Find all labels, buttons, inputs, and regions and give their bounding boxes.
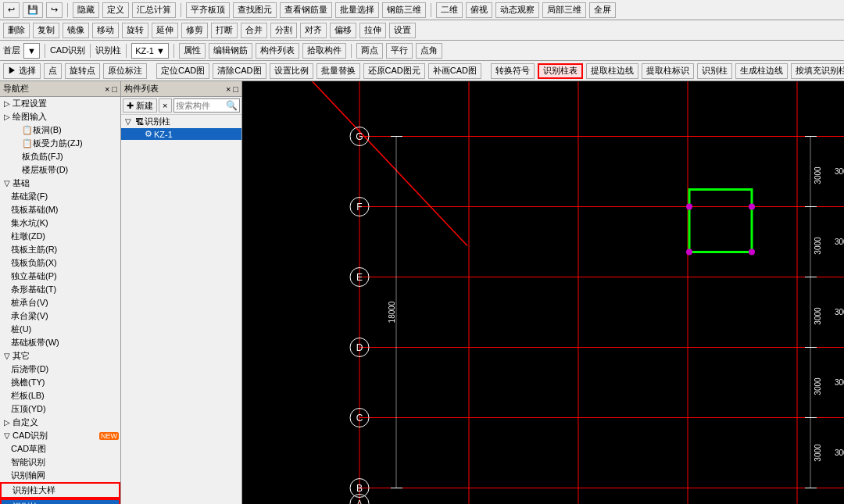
save-btn[interactable]: 💾 [23, 2, 43, 18]
layer-dropdown[interactable]: ▼ [23, 43, 40, 59]
nav-item-cap-beam[interactable]: 承台梁(V) [0, 309, 120, 323]
nav-item-slab-neg-rebar[interactable]: 板负筋(FJ) [0, 150, 120, 163]
dynamic-view-btn[interactable]: 动态观察 [495, 2, 539, 18]
component-tree-root[interactable]: ▽ 🏗 识别柱 [121, 115, 241, 128]
nav-item-drawing[interactable]: ▷ 绘图输入 [0, 110, 120, 123]
rotate-point-btn[interactable]: 旋转点 [65, 63, 100, 79]
nav-item-slab-force-rebar[interactable]: 📋 板受力筋(ZJ) [0, 137, 120, 150]
merge-btn[interactable]: 合并 [241, 23, 267, 38]
offset-btn[interactable]: 偏移 [330, 23, 356, 38]
in-place-mark-btn[interactable]: 原位标注 [103, 63, 147, 79]
parallel-btn[interactable]: 平行 [386, 43, 413, 59]
nav-item-column-mound[interactable]: 柱墩(ZD) [0, 230, 120, 243]
nav-item-isolated-foundation[interactable]: 独立基础(P) [0, 270, 120, 283]
navigator-controls[interactable]: × □ [105, 84, 117, 94]
convert-symbol-btn[interactable]: 转换符号 [491, 63, 535, 79]
delete-component-btn[interactable]: × [159, 98, 171, 113]
local-3d-btn[interactable]: 局部三维 [542, 2, 586, 18]
extend-btn[interactable]: 延伸 [152, 23, 178, 38]
split-btn[interactable]: 分割 [270, 23, 297, 38]
sep2 [181, 3, 181, 17]
nav-item-identify-grid[interactable]: 识别轴网 [0, 469, 120, 482]
nav-item-raft-neg-rebar[interactable]: 筏板负筋(X) [0, 256, 120, 270]
set-scale-btn[interactable]: 设置比例 [270, 63, 313, 79]
nav-item-cap[interactable]: 压顶(YD) [0, 402, 120, 416]
nav-item-identify-column[interactable]: 识别柱 [0, 499, 120, 504]
gen-column-edge-btn[interactable]: 生成柱边线 [735, 63, 788, 79]
component-item-kz1[interactable]: ⚙ KZ-1 [121, 128, 241, 140]
component-panel-controls[interactable]: × □ [226, 84, 238, 94]
property-btn[interactable]: 属性 [179, 43, 206, 59]
nav-item-foundation-beam[interactable]: 基础梁(F) [0, 190, 120, 203]
select-btn[interactable]: ▶ 选择 [3, 63, 41, 79]
sum-btn[interactable]: 汇总计算 [132, 2, 176, 18]
redo-btn[interactable]: ↪ [46, 2, 63, 18]
nav-item-foundation[interactable]: ▽ 基础 [0, 177, 120, 190]
rebar-3d-btn[interactable]: 钢筋三维 [382, 2, 426, 18]
expand-icon: ▽ [2, 431, 13, 440]
align-btn[interactable]: 对齐 [300, 23, 327, 38]
undo-btn[interactable]: ↩ [3, 2, 20, 18]
fill-identify-column-btn[interactable]: 按填充识别柱 [791, 63, 844, 79]
edit-rebar-btn[interactable]: 编辑钢筋 [209, 43, 252, 59]
settings-btn[interactable]: 设置 [389, 23, 416, 38]
nav-item-custom[interactable]: ▷ 自定义 [0, 416, 120, 429]
component-list-btn[interactable]: 构件列表 [256, 43, 299, 59]
search-component-input[interactable] [176, 101, 227, 110]
stretch-btn[interactable]: 拉伸 [359, 23, 386, 38]
batch-select-btn[interactable]: 批量选择 [335, 2, 379, 18]
add-cad-btn[interactable]: 补画CAD图 [428, 63, 481, 79]
top-view-btn[interactable]: 俯视 [466, 2, 492, 18]
extract-column-mark-btn[interactable]: 提取柱标识 [642, 63, 694, 79]
point-angle-btn[interactable]: 点角 [416, 43, 442, 59]
extract-column-edge-btn[interactable]: 提取柱边线 [586, 63, 638, 79]
restore-cad-btn[interactable]: 还原CAD图元 [363, 63, 425, 79]
delete-btn[interactable]: 删除 [3, 23, 30, 38]
view-rebar-btn[interactable]: 查看钢筋量 [280, 2, 332, 18]
2d-btn[interactable]: 二维 [436, 2, 463, 18]
nav-item-raft-foundation[interactable]: 筏板基础(M) [0, 203, 120, 216]
break-btn[interactable]: 打断 [211, 23, 238, 38]
sep8 [351, 44, 352, 58]
identify-column-btn[interactable]: 识别柱 [697, 63, 732, 79]
point-btn[interactable]: 点 [44, 63, 62, 79]
navigator-tree[interactable]: ▷ 工程设置 ▷ 绘图输入 📋 板洞(B) 📋 板受力筋(ZJ) 板负筋(FJ) [0, 97, 120, 504]
nav-item-cad-identify[interactable]: ▽ CAD识别 NEW [0, 429, 120, 442]
align-top-btn[interactable]: 平齐板顶 [186, 2, 230, 18]
locate-cad-btn[interactable]: 定位CAD图 [156, 63, 209, 79]
nav-item-project-settings[interactable]: ▷ 工程设置 [0, 97, 120, 110]
nav-item-pile-cap[interactable]: 桩承台(V) [0, 296, 120, 309]
mirror-btn[interactable]: 镜像 [63, 23, 89, 38]
nav-item-smart-identify[interactable]: 智能识别 [0, 456, 120, 469]
nav-item-raft-main-rebar[interactable]: 筏板主筋(R) [0, 243, 120, 256]
component-tree: ▽ 🏗 识别柱 ⚙ KZ-1 [121, 115, 241, 504]
nav-item-parapet[interactable]: 栏板(LB) [0, 389, 120, 402]
identify-column-table-btn[interactable]: 识别柱表 [538, 63, 583, 79]
nav-item-cornice[interactable]: 挑檐(TY) [0, 376, 120, 389]
new-component-btn[interactable]: ✚ 新建 [123, 98, 157, 113]
pick-component-btn[interactable]: 拾取构件 [302, 43, 346, 59]
copy-btn[interactable]: 复制 [33, 23, 59, 38]
nav-item-strip-foundation[interactable]: 条形基础(T) [0, 283, 120, 296]
nav-item-sump[interactable]: 集水坑(K) [0, 216, 120, 230]
hide-btn[interactable]: 隐藏 [73, 2, 99, 18]
nav-item-post-cast-strip[interactable]: 后浇带(D) [0, 363, 120, 376]
nav-item-foundation-strip[interactable]: 基础板带(W) [0, 336, 120, 349]
trim-btn[interactable]: 修剪 [181, 23, 208, 38]
move-btn[interactable]: 移动 [92, 23, 119, 38]
nav-item-identify-column-detail[interactable]: 识别柱大样 [0, 482, 120, 499]
two-point-btn[interactable]: 两点 [356, 43, 383, 59]
nav-item-pile[interactable]: 桩(U) [0, 323, 120, 336]
rotate-btn[interactable]: 旋转 [122, 23, 148, 38]
nav-item-slab-hole[interactable]: 📋 板洞(B) [0, 123, 120, 137]
fullscreen-btn[interactable]: 全屏 [589, 2, 616, 18]
batch-replace-btn[interactable]: 批量替换 [316, 63, 360, 79]
nav-item-others[interactable]: ▽ 其它 [0, 349, 120, 363]
clear-cad-btn[interactable]: 清除CAD图 [213, 63, 266, 79]
define-btn[interactable]: 定义 [102, 2, 129, 18]
kz-dropdown[interactable]: KZ-1 ▼ [131, 43, 169, 59]
canvas-area[interactable]: G F E D C B 3000 3000 3000 3000 3000 180… [242, 81, 844, 504]
nav-item-floor-strip[interactable]: 楼层板带(D) [0, 163, 120, 177]
find-element-btn[interactable]: 查找图元 [233, 2, 277, 18]
nav-item-cad-sketch[interactable]: CAD草图 [0, 442, 120, 456]
